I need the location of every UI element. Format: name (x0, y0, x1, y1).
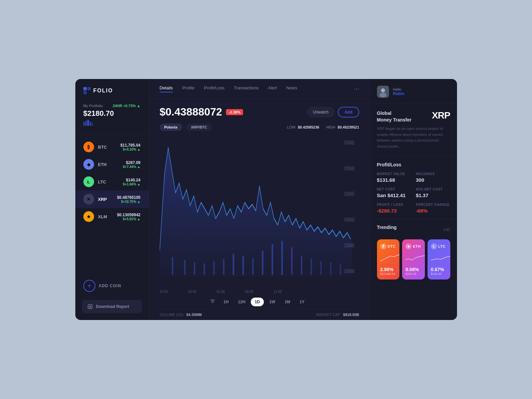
add-coin-button[interactable]: + (83, 280, 95, 292)
tab-alert[interactable]: Alert (268, 85, 277, 92)
xrp-logo: XRP (432, 110, 450, 121)
add-button[interactable]: Add (338, 107, 359, 117)
svg-text:0.0000455: 0.0000455 (344, 191, 354, 197)
btc-price: $11,785.04 (120, 143, 140, 148)
portfolio-chart-icon (83, 120, 141, 127)
svg-point-40 (381, 88, 385, 92)
trending-ltc-percent: 0.67% (431, 267, 447, 272)
trending-cards: ₿ BTC 2.98% $10,646.54 ◆ ETH (377, 239, 450, 280)
volume-label: VOLUME (1D) (160, 313, 183, 317)
tab-profile[interactable]: Profile (182, 85, 195, 92)
coin-item-xlm[interactable]: ★ XLM $0.13059942 $+5.91% ▲ (75, 208, 149, 225)
trending-card-btc[interactable]: ₿ BTC 2.98% $10,646.54 (377, 239, 400, 280)
ltc-name: LTC (98, 179, 123, 184)
btc-icon: ₿ (83, 142, 94, 152)
coin-detail-section: Global Money Transfer XRP XRP began as a… (370, 103, 457, 157)
user-greeting: Hello (393, 87, 404, 91)
coin-item-xrp[interactable]: ✕ XRP $0.48765105 $+10.75% ▲ (75, 190, 149, 208)
portfolio-24h: 24HR +0.73% ▲ (113, 104, 141, 108)
tab-transactions[interactable]: Transactions (234, 85, 259, 92)
coin-item-btc[interactable]: ₿ BTC $11,785.04 $+0.10% ▲ (75, 138, 149, 156)
app-title: FOLIO (93, 88, 113, 94)
trending-eth-name: ETH (413, 244, 421, 248)
xrp-name: XRP (98, 197, 117, 202)
market-cap-value: $$18.55B (343, 313, 359, 317)
chart-container: 0.0000465 0.0000460 0.0000455 0.0000450 … (160, 135, 359, 289)
market-value-item: MARKET VALUE $131.68 (377, 172, 411, 183)
filter-1m[interactable]: 1M (281, 298, 294, 306)
unwatch-button[interactable]: Unwatch (307, 107, 334, 117)
filter-1d[interactable]: 1D (251, 298, 264, 306)
profit-loss-section: Profit/Loss MARKET VALUE $131.68 HOLDING… (370, 157, 457, 219)
svg-point-41 (380, 93, 386, 97)
current-price: $0.43888072 (160, 106, 222, 118)
xrp-price: $0.48765105 (117, 195, 140, 200)
svg-text:0.0000460: 0.0000460 (344, 165, 354, 172)
svg-rect-5 (87, 120, 89, 126)
xrp-change: $+10.75% ▲ (117, 200, 140, 204)
svg-rect-6 (89, 122, 91, 126)
trending-btc-price: $10,646.54 (380, 272, 396, 275)
trending-card-eth[interactable]: ◆ ETH 0.08% $309.35 (402, 239, 425, 280)
volume-value: $4.35MM (186, 313, 202, 317)
tab-profit-loss[interactable]: Profit/Loss (204, 85, 224, 92)
eth-name: ETH (98, 162, 123, 167)
tab-details[interactable]: Details (160, 85, 173, 92)
coin-detail-desc: XRP began as an open source project to e… (377, 126, 450, 149)
price-header: $0.43888072 -2.38% Unwatch Add (160, 106, 359, 118)
filter-12h[interactable]: 12H (234, 298, 249, 306)
high-price: HIGH $0.45239521 (326, 125, 359, 129)
trending-eth-icon: ◆ (405, 243, 411, 249)
price-chart: 0.0000465 0.0000460 0.0000455 0.0000450 … (160, 135, 359, 289)
pct-change-item: PERCENT CHANGE -68% (416, 203, 450, 214)
low-price: LOW $0.42585236 (287, 125, 319, 129)
x-axis-labels: 15:00 20:00 01:00 06:00 11:00 (160, 290, 282, 294)
user-name: Robin (393, 91, 404, 96)
xlm-price: $0.13059942 (117, 213, 140, 217)
svg-text:0.0000465: 0.0000465 (344, 139, 354, 146)
logo-icon (83, 87, 91, 94)
filter-icon[interactable] (210, 299, 215, 305)
trending-ltc-price: $140.22 (431, 272, 447, 275)
tab-news[interactable]: News (286, 85, 297, 92)
xlm-name: XLM (98, 214, 117, 219)
trending-section: Trending 14D ₿ BTC 2.98% $10,64 (370, 219, 457, 285)
profit-loss-title: Profit/Loss (377, 162, 450, 167)
trending-btc-icon: ₿ (380, 243, 386, 249)
filter-1h[interactable]: 1H (219, 298, 232, 306)
xlm-change: $+5.91% ▲ (117, 217, 140, 221)
filter-1y[interactable]: 1Y (296, 298, 309, 306)
btc-name: BTC (98, 145, 121, 150)
coin-item-eth[interactable]: ◆ ETH $287.09 $+7.44% ▲ (75, 156, 149, 173)
ltc-price: $140.24 (123, 178, 140, 182)
coin-item-ltc[interactable]: Ł LTC $140.24 $+1.66% ▲ (75, 173, 149, 190)
logo: FOLIO (75, 87, 149, 104)
svg-text:0.0000450: 0.0000450 (344, 216, 354, 223)
nav-more-icon[interactable]: ⋯ (354, 86, 359, 92)
trending-eth-price: $309.35 (405, 272, 422, 275)
svg-rect-7 (91, 123, 93, 126)
trending-period: 14D (443, 228, 450, 232)
trending-btc-name: BTC (388, 244, 396, 248)
svg-rect-0 (83, 87, 87, 90)
main-content: Details Profile Profit/Loss Transactions… (149, 79, 370, 320)
download-report-button[interactable]: Download Report (82, 300, 142, 313)
eth-icon: ◆ (83, 159, 94, 170)
user-section: Hello Robin (370, 79, 457, 103)
user-avatar (377, 86, 389, 98)
filter-1w[interactable]: 1W (265, 298, 279, 306)
svg-rect-1 (87, 87, 91, 90)
right-panel: Hello Robin Global Money Transfer XRP XR… (370, 79, 457, 320)
trending-card-ltc[interactable]: Ł LTC 0.67% $140.22 (428, 239, 450, 280)
profit-loss-item: PROFIT / LOSS -$280.73 (377, 203, 411, 214)
coin-detail-name: Global Money Transfer (377, 110, 411, 123)
exchange-tag[interactable]: Polonix (160, 124, 182, 131)
eth-change: $+7.44% ▲ (123, 165, 140, 169)
holdings-item: HOLDINGS 300 (416, 172, 450, 183)
market-cap-label: MARKET CAP (316, 313, 340, 317)
trending-title: Trending (377, 225, 397, 230)
sidebar: FOLIO My Portfolio 24HR +0.73% ▲ $2180.7… (75, 79, 149, 320)
pair-tag[interactable]: XRP/BTC (186, 124, 212, 131)
add-coin-label: ADD COIN (99, 284, 121, 288)
eth-price: $287.09 (123, 160, 140, 165)
